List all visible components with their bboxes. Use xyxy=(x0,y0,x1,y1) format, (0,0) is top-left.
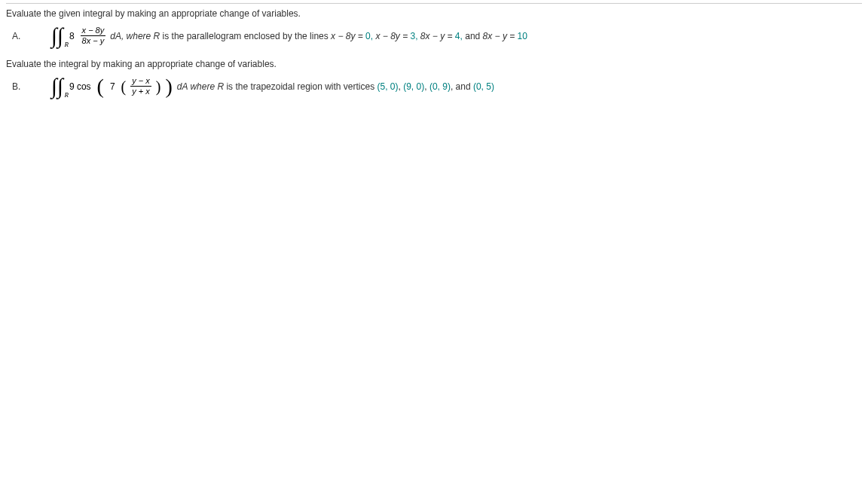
integral-icon: ∫∫R xyxy=(51,75,63,97)
label-a: A. xyxy=(6,31,29,41)
lparen-icon: ( xyxy=(97,76,104,97)
problem-a: A. ∫∫R 8 x − 8y 8x − y dA, where R is th… xyxy=(6,25,862,47)
fraction: x − 8y 8x − y xyxy=(81,26,106,46)
description-a: dA, where R is the parallelogram enclose… xyxy=(110,31,527,41)
description-b: dA where R is the trapezoidal region wit… xyxy=(177,81,494,92)
fraction: y − x y + x xyxy=(130,76,151,96)
coefficient: 8 xyxy=(69,31,75,41)
inner-coef: 7 xyxy=(110,81,115,92)
integral-icon: ∫∫R xyxy=(51,25,63,47)
lparen-icon: ( xyxy=(121,79,127,94)
rparen-icon: ) xyxy=(156,79,161,94)
rparen-icon: ) xyxy=(165,76,172,97)
problem-b: B. ∫∫R 9 cos ( 7 ( y − x y + x ) ) dA wh… xyxy=(6,75,862,97)
prompt-a: Evaluate the given integral by making an… xyxy=(6,8,862,19)
prompt-b: Evaluate the integral by making an appro… xyxy=(6,59,862,69)
coefficient: 9 cos xyxy=(69,81,91,92)
label-b: B. xyxy=(6,81,29,92)
